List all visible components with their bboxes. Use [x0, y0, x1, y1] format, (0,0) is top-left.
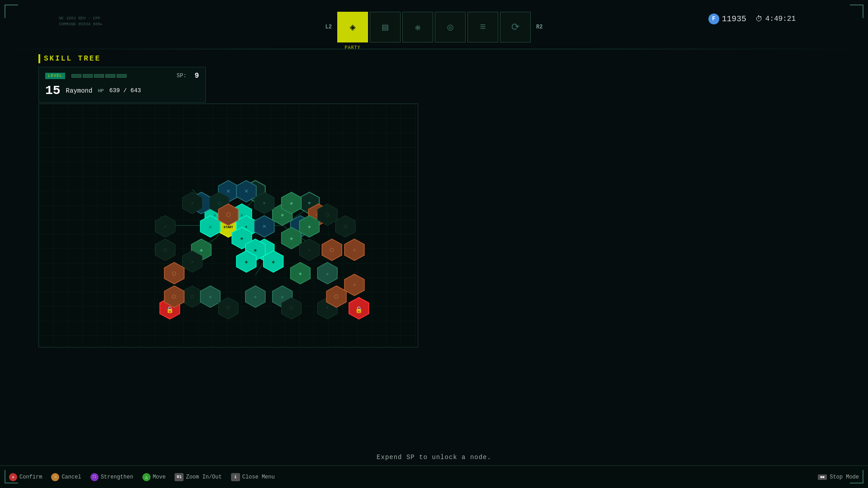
close-control[interactable]: i Close Menu	[231, 473, 275, 481]
map-icon: ◎	[447, 21, 453, 33]
level-label: LEVEL	[45, 73, 65, 79]
right-trigger[interactable]: R2	[533, 22, 546, 32]
strengthen-control[interactable]: □ Strengthen	[90, 473, 133, 481]
tab-party[interactable]: ◈ PARTY	[337, 12, 368, 42]
svg-text:START: START	[224, 225, 233, 229]
skill-tree-container[interactable]: START ⚔ ⚔ ✦ ◈ ⚔ ✕ ✕ ✕ ✕ ◈	[38, 103, 418, 347]
hp-separator: /	[123, 87, 131, 94]
svg-text:◈: ◈	[245, 259, 248, 265]
strengthen-label: Strengthen	[101, 474, 133, 480]
hp-label: HP	[98, 88, 104, 94]
zoom-control[interactable]: R1 Zoom In/Out	[175, 473, 222, 481]
svg-text:🔒: 🔒	[355, 306, 363, 314]
svg-text:✕: ✕	[245, 188, 248, 195]
skill-tree-header: SKILL TREE	[38, 54, 423, 63]
tab-log[interactable]: ≡	[467, 12, 498, 42]
confirm-label: Confirm	[19, 474, 42, 480]
svg-text:⬡: ⬡	[226, 212, 231, 218]
sp-value: 9	[194, 72, 199, 80]
tab-skills[interactable]: ❋	[402, 12, 433, 42]
svg-text:⬡: ⬡	[344, 225, 348, 230]
close-button-icon: i	[231, 473, 240, 481]
svg-text:◈: ◈	[241, 236, 244, 241]
time-display: ⏱ 4:49:21	[755, 15, 796, 23]
party-tab-label: PARTY	[344, 45, 360, 50]
hp-max: 643	[130, 87, 141, 94]
strengthen-button-icon: □	[90, 473, 99, 481]
tab-map[interactable]: ◎	[435, 12, 466, 42]
char-name: Raymond	[66, 87, 93, 94]
sp-label: SP:	[177, 73, 187, 79]
svg-text:⚡: ⚡	[191, 201, 193, 206]
exp-bar-5	[117, 74, 127, 78]
svg-text:◈: ◈	[281, 212, 284, 218]
top-divider	[0, 49, 868, 49]
svg-text:✕: ✕	[226, 188, 230, 195]
party-icon: ◈	[349, 21, 355, 33]
zoom-label: Zoom In/Out	[186, 474, 222, 480]
svg-text:♥: ♥	[308, 201, 311, 206]
exp-bar-3	[94, 74, 104, 78]
top-nav: L2 ◈ PARTY ▤ ❋ ◎ ≡ ⟳ R2	[0, 0, 868, 50]
svg-text:⚡: ⚡	[326, 305, 329, 310]
corner-bl	[5, 470, 18, 483]
clock-icon: ⏱	[755, 15, 763, 23]
log-icon: ≡	[480, 22, 486, 33]
level-value: 15	[45, 84, 61, 98]
hp-current: 639	[109, 87, 120, 94]
svg-text:◈: ◈	[308, 224, 311, 230]
currency-value: 11935	[722, 14, 746, 23]
header-bar	[38, 54, 40, 63]
svg-text:◈: ◈	[272, 259, 275, 265]
svg-text:⬡: ⬡	[334, 294, 339, 300]
system-icon: ⟳	[511, 21, 519, 33]
svg-text:◈: ◈	[290, 201, 293, 206]
main-content: SKILL TREE LEVEL SP: 9 15 Raymond HP 639	[38, 54, 423, 347]
char-info: Raymond HP 639 / 643	[66, 87, 146, 94]
svg-text:◈: ◈	[254, 295, 257, 300]
cancel-control[interactable]: ○ Cancel	[51, 473, 81, 481]
svg-text:◈: ◈	[299, 271, 302, 277]
hint-text: Expend SP to unlock a node.	[377, 454, 491, 461]
hp-values: 639 / 643	[109, 87, 141, 94]
exp-bar-1	[71, 74, 81, 78]
char-panel-top: LEVEL SP: 9	[45, 72, 199, 80]
svg-text:◈: ◈	[326, 272, 329, 277]
cancel-label: Cancel	[61, 474, 81, 480]
zoom-button-icon: R1	[175, 473, 184, 481]
svg-text:⚔: ⚔	[209, 224, 212, 230]
cancel-button-icon: ○	[51, 473, 59, 481]
corner-br	[850, 470, 863, 483]
top-right-info: F 11935 ⏱ 4:49:21	[708, 14, 796, 24]
char-panel: LEVEL SP: 9 15 Raymond HP 639 / 643	[38, 67, 206, 103]
svg-text:⬡: ⬡	[163, 248, 167, 253]
corner-tl	[5, 5, 18, 18]
svg-text:⬡: ⬡	[172, 294, 176, 300]
svg-text:⬡: ⬡	[326, 213, 330, 218]
bottom-controls: ✕ Confirm ○ Cancel □ Strengthen △ Move R…	[9, 473, 275, 481]
exp-bar-4	[105, 74, 115, 78]
svg-text:⚡: ⚡	[353, 282, 356, 288]
svg-text:⚡: ⚡	[353, 248, 356, 253]
svg-text:◈: ◈	[281, 295, 284, 300]
corner-tr	[850, 5, 863, 18]
tab-system[interactable]: ⟳	[500, 12, 531, 42]
skills-icon: ❋	[415, 21, 420, 33]
left-trigger[interactable]: L2	[322, 22, 335, 32]
svg-text:◈: ◈	[290, 236, 293, 241]
bottom-bar: ✕ Confirm ○ Cancel □ Strengthen △ Move R…	[0, 465, 868, 488]
svg-text:⬡: ⬡	[226, 305, 230, 310]
move-label: Move	[153, 474, 166, 480]
svg-text:⬡: ⬡	[217, 201, 222, 206]
svg-text:♥: ♥	[263, 201, 266, 206]
exp-bars	[71, 74, 127, 78]
svg-text:⚡: ⚡	[191, 260, 193, 265]
currency-icon: F	[708, 14, 719, 24]
svg-text:✕: ✕	[263, 223, 266, 230]
tab-items[interactable]: ▤	[370, 12, 401, 42]
skill-tree-title: SKILL TREE	[44, 55, 101, 63]
svg-text:⚡: ⚡	[164, 225, 167, 230]
move-control[interactable]: △ Move	[142, 473, 166, 481]
svg-text:◈: ◈	[209, 295, 212, 300]
svg-text:⬡: ⬡	[289, 305, 293, 310]
